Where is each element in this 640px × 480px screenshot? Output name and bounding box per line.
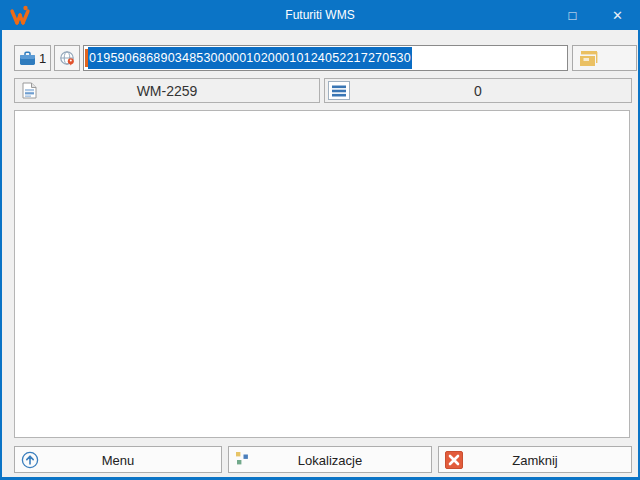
scan-source-button[interactable] [54,45,80,71]
archive-button[interactable] [572,45,637,71]
barcode-value: 0195906868903485300000102000101240522172… [88,47,412,69]
menu-button[interactable]: Menu [14,446,222,473]
globe-location-icon [59,50,76,67]
content-list-area [14,110,630,438]
app-window: Futuriti WMS □ ✕ 1 019590686890348530000… [0,0,640,480]
close-icon: ✕ [612,8,623,23]
close-window-button[interactable]: ✕ [595,0,640,30]
close-app-button-label: Zamknij [439,453,631,468]
window-title: Futuriti WMS [0,8,640,22]
items-count-field: 0 [324,78,632,103]
document-code: WM-2259 [15,83,319,99]
archive-drawer-icon [579,50,600,67]
menu-button-label: Menu [15,453,221,468]
locations-button-label: Lokalizacje [229,453,431,468]
briefcase-icon [19,51,36,66]
maximize-icon: □ [569,8,577,23]
titlebar: Futuriti WMS □ ✕ [0,0,640,30]
document-field: WM-2259 [14,78,320,103]
locations-button[interactable]: Lokalizacje [228,446,432,473]
close-app-button[interactable]: Zamknij [438,446,632,473]
maximize-button[interactable]: □ [550,0,595,30]
carrier-button[interactable]: 1 [14,45,51,71]
carrier-count: 1 [39,51,46,66]
barcode-input[interactable]: 0195906868903485300000102000101240522172… [83,45,568,71]
items-count: 0 [325,83,631,99]
